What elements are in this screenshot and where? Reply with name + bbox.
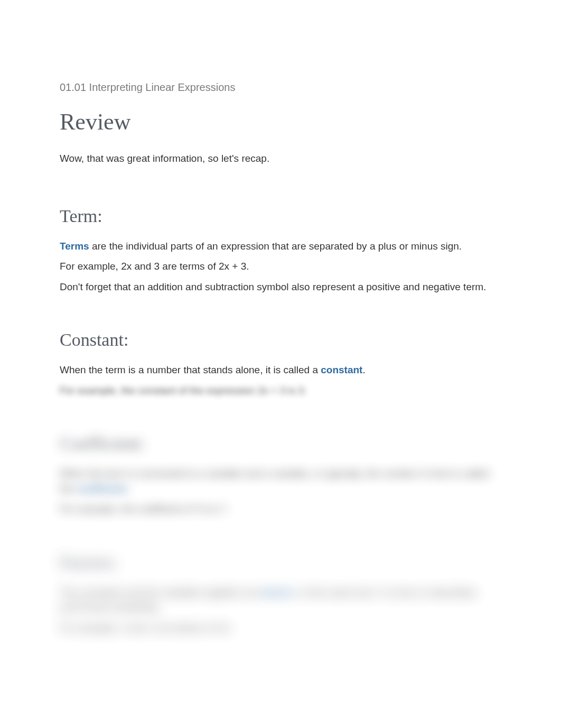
- factors-heading: Factors:: [60, 549, 501, 576]
- factors-definition: The constants and the variables together…: [60, 585, 501, 615]
- factors-key: factors: [261, 587, 295, 598]
- term-heading: Term:: [60, 202, 501, 229]
- constant-example: For example, the constant of the express…: [60, 383, 501, 399]
- coefficient-key: coefficient: [77, 483, 127, 494]
- factors-def-before: The constants and the variables together…: [60, 587, 261, 598]
- coefficient-def-after: .: [127, 483, 129, 494]
- intro-text: Wow, that was great information, so let'…: [60, 151, 501, 167]
- constant-definition: When the term is a number that stands al…: [60, 363, 501, 378]
- term-example: For example, 2x and 3 are terms of 2x + …: [60, 259, 501, 274]
- term-definition: Terms are the individual parts of an exp…: [60, 239, 501, 254]
- factors-example: For example, 4 and n are factors of 4n.: [60, 621, 501, 636]
- section-factors: Factors: The constants and the variables…: [60, 549, 501, 636]
- constant-heading: Constant:: [60, 326, 501, 353]
- term-note: Don't forget that an addition and subtra…: [60, 280, 501, 295]
- section-coefficient: Coefficient: When the term is connected …: [60, 430, 501, 517]
- page-title: Review: [60, 105, 501, 140]
- coefficient-heading: Coefficient:: [60, 430, 501, 457]
- breadcrumb: 01.01 Interpreting Linear Expressions: [60, 79, 501, 95]
- term-key: Terms: [60, 241, 89, 252]
- section-term: Term: Terms are the individual parts of …: [60, 202, 501, 295]
- section-constant: Constant: When the term is a number that…: [60, 326, 501, 398]
- constant-def-before: When the term is a number that stands al…: [60, 364, 321, 375]
- constant-def-after: .: [362, 364, 365, 375]
- coefficient-definition: When the term is connected to a variable…: [60, 466, 501, 496]
- term-def-rest: are the individual parts of an expressio…: [89, 241, 462, 252]
- constant-key: constant: [321, 364, 362, 375]
- coefficient-example: For example, the coefficient of 7a is 7.: [60, 502, 501, 517]
